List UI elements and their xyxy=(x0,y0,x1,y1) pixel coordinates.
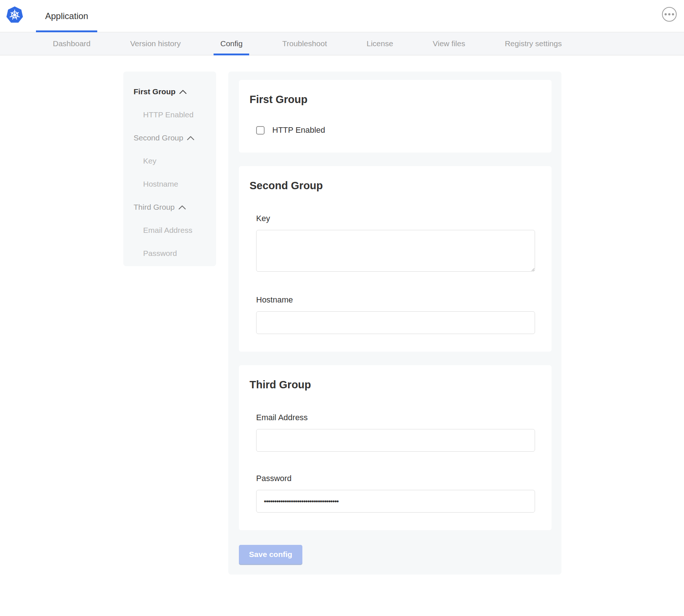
field-label: Password xyxy=(256,474,535,483)
field-hostname: Hostname xyxy=(256,295,535,334)
group-title: First Group xyxy=(250,93,535,106)
field-password: Password xyxy=(256,474,535,513)
chevron-up-icon xyxy=(179,89,187,94)
sidebar-item-key[interactable]: Key xyxy=(134,155,212,166)
password-input[interactable] xyxy=(256,490,535,513)
sidebar-item-hostname[interactable]: Hostname xyxy=(134,179,212,190)
sidebar-item-email-address[interactable]: Email Address xyxy=(134,225,212,236)
tab-license[interactable]: License xyxy=(360,32,400,55)
config-group-card-first: First Group HTTP Enabled xyxy=(239,80,552,153)
tab-troubleshoot[interactable]: Troubleshoot xyxy=(276,32,334,55)
app-title-tab[interactable]: Application xyxy=(36,0,97,32)
sidebar-group-third-group[interactable]: Third Group xyxy=(134,202,212,213)
http-enabled-checkbox[interactable] xyxy=(256,126,265,135)
active-tab-underline xyxy=(214,54,249,55)
tab-version-history[interactable]: Version history xyxy=(124,32,188,55)
app-title: Application xyxy=(45,11,88,21)
tab-dashboard[interactable]: Dashboard xyxy=(46,32,97,55)
chevron-up-icon xyxy=(187,136,194,140)
ellipsis-icon xyxy=(665,13,667,15)
sidebar-item-http-enabled[interactable]: HTTP Enabled xyxy=(134,109,212,120)
field-email-address: Email Address xyxy=(256,413,535,452)
config-form-panel: First Group HTTP Enabled Second Group Ke… xyxy=(228,72,561,575)
kubernetes-logo-icon xyxy=(6,6,23,23)
save-config-button[interactable]: Save config xyxy=(239,545,302,564)
sidebar-item-password[interactable]: Password xyxy=(134,248,212,259)
group-title: Third Group xyxy=(250,378,535,391)
sidebar-group-second-group[interactable]: Second Group xyxy=(134,132,212,143)
config-group-card-second: Second Group Key Hostname xyxy=(239,166,552,352)
key-textarea[interactable] xyxy=(256,230,535,272)
sidebar-group-first-group[interactable]: First Group xyxy=(134,86,212,97)
field-label: Hostname xyxy=(256,295,535,305)
field-key: Key xyxy=(256,214,535,273)
config-page: First Group HTTP Enabled Second Group Ke… xyxy=(0,72,684,575)
group-title: Second Group xyxy=(250,179,535,192)
email-address-input[interactable] xyxy=(256,429,535,452)
app-tab-bar: Dashboard Version history Config Trouble… xyxy=(0,32,684,55)
chevron-up-icon xyxy=(178,205,186,210)
tab-registry-settings[interactable]: Registry settings xyxy=(498,32,568,55)
checkbox-label: HTTP Enabled xyxy=(272,125,325,135)
more-options-button[interactable] xyxy=(662,7,677,22)
field-label: Email Address xyxy=(256,413,535,422)
tab-view-files[interactable]: View files xyxy=(426,32,472,55)
field-label: Key xyxy=(256,214,535,223)
app-header: Application xyxy=(0,0,684,32)
tab-config[interactable]: Config xyxy=(214,32,249,55)
config-sidebar: First Group HTTP Enabled Second Group Ke… xyxy=(123,72,216,266)
hostname-input[interactable] xyxy=(256,311,535,334)
http-enabled-row[interactable]: HTTP Enabled xyxy=(256,125,535,135)
config-group-card-third: Third Group Email Address Password xyxy=(239,365,552,530)
